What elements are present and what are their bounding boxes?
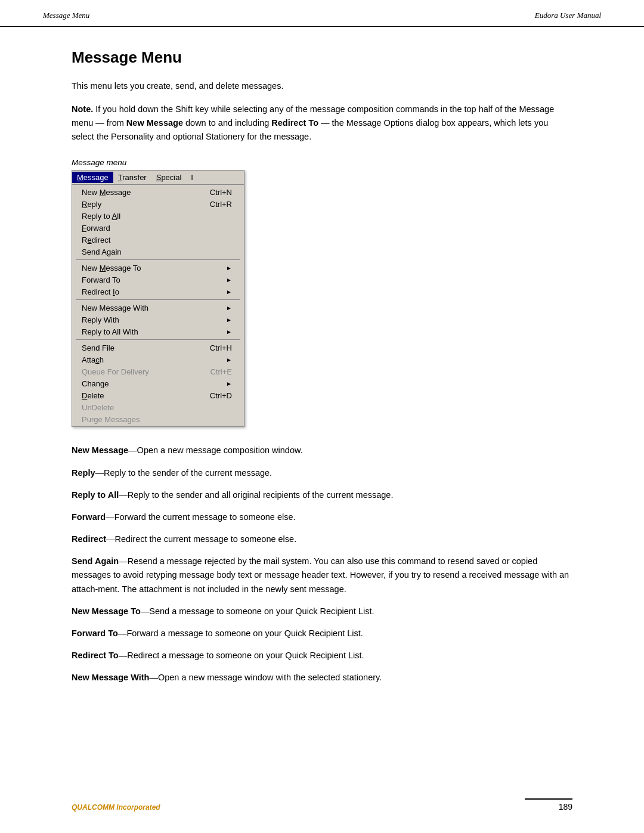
menu-item-change[interactable]: Change ► [72, 377, 244, 389]
intro-text: This menu lets you create, send, and del… [72, 80, 572, 93]
desc-send-again: Send Again—Resend a message rejected by … [72, 555, 572, 596]
menu-bar-message[interactable]: Message [72, 172, 113, 183]
desc-new-message-with: New Message With—Open a new message wind… [72, 671, 572, 685]
menu-item-reply[interactable]: Reply Ctrl+R [72, 198, 244, 210]
desc-forward-to: Forward To—Forward a message to someone … [72, 627, 572, 640]
footer-right: 189 [525, 798, 572, 812]
menu-item-purge: Purge Messages [72, 413, 244, 425]
term-forward-to: Forward To [72, 628, 118, 638]
menu-item-attach[interactable]: Attach ► [72, 354, 244, 366]
page-header: Message Menu Eudora User Manual [0, 0, 644, 27]
menu-item-redirect-to[interactable]: Redirect Io ► [72, 286, 244, 298]
header-right: Eudora User Manual [535, 11, 601, 20]
menu-item-redirect[interactable]: Redirect [72, 234, 244, 246]
menu-item-queue: Queue For Delivery Ctrl+E [72, 366, 244, 377]
menu-divider-3 [76, 339, 240, 340]
desc-forward: Forward—Forward the current message to s… [72, 510, 572, 524]
menu-screenshot: Message Transfer Special I New Message C… [72, 170, 244, 427]
desc-redirect: Redirect—Redirect the current message to… [72, 532, 572, 546]
note-label: Note. [72, 104, 93, 114]
term-forward: Forward [72, 512, 106, 522]
menu-bar-extra[interactable]: I [186, 172, 198, 183]
menu-bar: Message Transfer Special I [72, 171, 244, 185]
term-redirect-to: Redirect To [72, 651, 119, 660]
menu-item-delete[interactable]: Delete Ctrl+D [72, 389, 244, 401]
menu-item-forward[interactable]: Forward [72, 222, 244, 234]
desc-new-message-to: New Message To—Send a message to someone… [72, 605, 572, 618]
note-bold2: Redirect To [271, 118, 318, 128]
term-reply: Reply [72, 468, 95, 478]
desc-reply-all: Reply to All—Reply to the sender and all… [72, 488, 572, 502]
menu-item-new-message-to[interactable]: New Message To ► [72, 262, 244, 274]
term-redirect: Redirect [72, 534, 106, 544]
desc-new-message: New Message—Open a new message compositi… [72, 444, 572, 457]
desc-reply: Reply—Reply to the sender of the current… [72, 466, 572, 480]
term-new-message-with: New Message With [72, 673, 149, 682]
note-bold1: New Message [126, 118, 183, 128]
term-send-again: Send Again [72, 556, 119, 566]
menu-divider-1 [76, 259, 240, 260]
note-text2: down to and including [183, 118, 271, 128]
menu-item-new-message-with[interactable]: New Message With ► [72, 302, 244, 314]
menu-item-forward-to[interactable]: Forward To ► [72, 274, 244, 286]
footer-page: 189 [559, 802, 572, 812]
menu-bar-special[interactable]: Special [151, 172, 187, 183]
term-new-message-to: New Message To [72, 606, 141, 616]
header-left: Message Menu [43, 11, 89, 20]
menu-caption: Message menu [72, 158, 572, 167]
term-reply-all: Reply to All [72, 490, 119, 500]
menu-item-reply-all[interactable]: Reply to All [72, 210, 244, 222]
menu-item-reply-all-with[interactable]: Reply to All With ► [72, 326, 244, 337]
menu-item-send-again[interactable]: Send Again [72, 246, 244, 258]
page-title: Message Menu [72, 48, 572, 67]
menu-divider-2 [76, 299, 240, 300]
page-content: Message Menu This menu lets you create, … [0, 27, 644, 729]
desc-redirect-to: Redirect To—Redirect a message to someon… [72, 649, 572, 662]
menu-bar-transfer[interactable]: Transfer [113, 172, 151, 183]
page-footer: QUALCOMM Incorporated 189 [0, 798, 644, 812]
menu-item-undelete: UnDelete [72, 401, 244, 413]
menu-item-send-file[interactable]: Send File Ctrl+H [72, 342, 244, 354]
menu-body: New Message Ctrl+N Reply Ctrl+R Reply to… [72, 185, 244, 426]
menu-item-reply-with[interactable]: Reply With ► [72, 314, 244, 326]
menu-item-new-message[interactable]: New Message Ctrl+N [72, 186, 244, 198]
term-new-message: New Message [72, 445, 128, 455]
footer-brand: QUALCOMM Incorporated [72, 803, 160, 812]
footer-line [525, 798, 572, 800]
note-text: Note. If you hold down the Shift key whi… [72, 103, 572, 144]
